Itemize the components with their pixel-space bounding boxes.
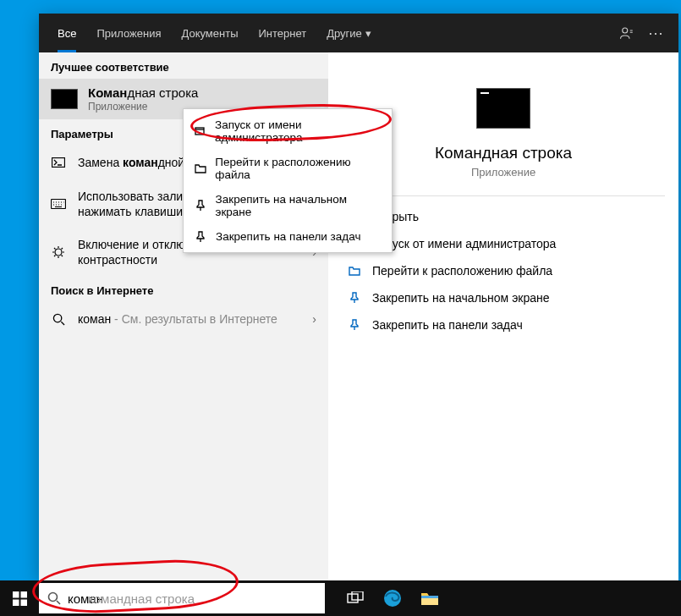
section-web-search: Поиск в Интернете	[39, 276, 328, 302]
svg-rect-13	[348, 594, 358, 602]
action-label: Закрепить на панели задач	[372, 318, 523, 332]
svg-rect-17	[421, 596, 438, 598]
search-icon	[51, 313, 66, 326]
admin-icon	[194, 125, 206, 137]
preview-app-icon	[476, 88, 530, 129]
pin-start-icon	[194, 200, 207, 212]
chevron-down-icon: ▾	[365, 27, 371, 40]
task-view-button[interactable]	[337, 580, 374, 616]
tab-all[interactable]: Все	[47, 14, 86, 52]
best-match-title: Командная строка	[88, 85, 316, 101]
explorer-button[interactable]	[411, 580, 448, 616]
folder-icon	[194, 162, 206, 174]
windows-logo-icon	[13, 591, 27, 606]
tab-web[interactable]: Интернет	[248, 14, 316, 52]
feedback-icon[interactable]	[612, 14, 641, 52]
search-input[interactable]	[68, 591, 316, 606]
action-label: Запуск от имени администратора	[372, 237, 556, 250]
pin-taskbar-icon	[194, 231, 207, 243]
taskbar-search-box[interactable]	[39, 583, 325, 613]
svg-point-4	[53, 314, 61, 322]
action-open-location[interactable]: Перейти к расположению файла	[342, 257, 665, 284]
svg-rect-8	[13, 591, 19, 598]
action-label: Перейти к расположению файла	[372, 264, 552, 278]
section-best-match: Лучшее соответствие	[39, 52, 328, 79]
web-search-result[interactable]: коман - См. результаты в Интернете ›	[39, 302, 328, 335]
start-button[interactable]	[0, 580, 39, 616]
tab-more-label: Другие	[327, 27, 362, 40]
ctx-label: Перейти к расположению файла	[215, 156, 382, 181]
folder-icon	[420, 591, 439, 606]
svg-rect-9	[20, 591, 27, 598]
ctx-label: Закрепить на панели задач	[216, 230, 360, 243]
action-label: Закрепить на начальном экране	[372, 291, 550, 305]
search-icon	[47, 591, 61, 605]
contrast-icon	[51, 245, 66, 259]
svg-rect-11	[20, 599, 27, 606]
cmd-icon	[51, 89, 78, 109]
action-pin-start[interactable]: Закрепить на начальном экране	[342, 284, 665, 311]
task-view-icon	[347, 591, 364, 605]
svg-point-3	[55, 249, 62, 256]
svg-point-12	[49, 593, 58, 602]
pin-start-icon	[347, 292, 362, 304]
context-menu: Запуск от имени администратора Перейти к…	[183, 108, 393, 253]
shell-icon	[51, 157, 66, 168]
svg-rect-10	[13, 599, 19, 606]
tab-documents[interactable]: Документы	[171, 14, 248, 52]
taskbar	[0, 580, 681, 616]
ctx-open-location[interactable]: Перейти к расположению файла	[184, 150, 392, 187]
keyboard-icon	[51, 199, 66, 209]
tab-apps[interactable]: Приложения	[86, 14, 171, 52]
ctx-label: Закрепить на начальном экране	[216, 193, 382, 218]
pin-taskbar-icon	[347, 319, 362, 331]
action-pin-taskbar[interactable]: Закрепить на панели задач	[342, 311, 665, 338]
ctx-label: Запуск от имени администратора	[215, 118, 382, 144]
ctx-pin-taskbar[interactable]: Закрепить на панели задач	[184, 224, 392, 249]
filter-tabs: Все Приложения Документы Интернет Другие…	[39, 14, 678, 52]
svg-rect-1	[52, 158, 65, 168]
edge-icon	[383, 589, 402, 608]
edge-button[interactable]	[374, 580, 411, 616]
ctx-run-admin[interactable]: Запуск от имени администратора	[184, 113, 392, 150]
search-panel: Все Приложения Документы Интернет Другие…	[39, 14, 678, 580]
tab-more[interactable]: Другие ▾	[316, 14, 382, 52]
folder-icon	[347, 265, 362, 277]
more-options-icon[interactable]: ⋯	[641, 14, 670, 52]
svg-rect-7	[195, 128, 204, 135]
ctx-pin-start[interactable]: Закрепить на начальном экране	[184, 187, 392, 224]
chevron-right-icon: ›	[312, 312, 316, 326]
svg-point-0	[623, 28, 628, 33]
web-search-label: коман - См. результаты в Интернете	[78, 311, 300, 327]
